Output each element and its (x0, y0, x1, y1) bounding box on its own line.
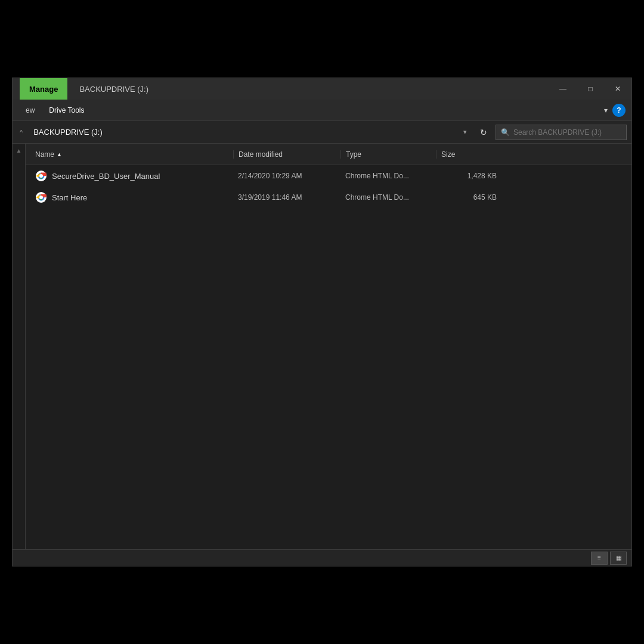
file-date-cell: 3/19/2019 11:46 AM (233, 193, 340, 202)
file-size-cell: 1,428 KB (436, 172, 501, 180)
ribbon-chevron-area: ▾ ? (604, 104, 626, 117)
file-name-text: SecureDrive_BD_User_Manual (52, 172, 160, 181)
address-up-arrow[interactable]: ^ (17, 126, 25, 138)
search-box: 🔍 (496, 125, 627, 140)
ribbon-bar: ew Drive Tools ▾ ? (13, 100, 631, 121)
col-header-type[interactable]: Type (340, 150, 436, 159)
status-bar: ≡ ▦ (13, 549, 631, 566)
file-name-cell: SecureDrive_BD_User_Manual (30, 170, 233, 182)
file-type-cell: Chrome HTML Do... (340, 172, 436, 180)
chrome-icon (35, 191, 47, 203)
column-headers: Name ▲ Date modified Type Size (26, 144, 631, 165)
title-bar: Manage BACKUPDRIVE (J:) — □ ✕ (13, 78, 631, 100)
col-header-size[interactable]: Size (436, 150, 501, 159)
file-type-cell: Chrome HTML Do... (340, 193, 436, 202)
sidebar-panel: ▲ (13, 144, 26, 549)
address-bar: ^ BACKUPDRIVE (J:) ▾ ↻ 🔍 (13, 121, 631, 144)
minimize-button[interactable]: — (549, 78, 577, 100)
file-name-text: Start Here (52, 193, 87, 202)
chrome-icon (35, 170, 47, 182)
col-header-date[interactable]: Date modified (233, 150, 340, 159)
main-content-area: ▲ Name ▲ Date modified Type Size (13, 144, 631, 549)
search-input[interactable] (513, 128, 621, 137)
view-detail-button[interactable]: ≡ (591, 552, 608, 565)
ribbon-tab-drive-tools[interactable]: Drive Tools (42, 103, 91, 118)
sort-arrow-name: ▲ (57, 151, 62, 157)
file-explorer-window: Manage BACKUPDRIVE (J:) — □ ✕ ew Drive T… (12, 78, 632, 566)
file-size-cell: 645 KB (436, 193, 501, 202)
col-header-name[interactable]: Name ▲ (30, 150, 233, 159)
view-list-button[interactable]: ▦ (610, 552, 627, 565)
window-title: BACKUPDRIVE (J:) (79, 85, 549, 94)
file-rows-container: SecureDrive_BD_User_Manual 2/14/2020 10:… (26, 165, 631, 549)
file-list: Name ▲ Date modified Type Size (26, 144, 631, 549)
file-date-cell: 2/14/2020 10:29 AM (233, 172, 340, 180)
sidebar-up-arrow[interactable]: ▲ (15, 146, 23, 155)
address-refresh-button[interactable]: ↻ (475, 125, 492, 140)
address-dropdown-arrow[interactable]: ▾ (459, 126, 472, 138)
svg-point-5 (39, 196, 43, 199)
manage-tab[interactable]: Manage (20, 78, 67, 100)
window-controls: — □ ✕ (549, 78, 631, 100)
ribbon-collapse-chevron[interactable]: ▾ (604, 106, 608, 114)
help-button[interactable]: ? (612, 104, 626, 117)
table-row[interactable]: Start Here 3/19/2019 11:46 AM Chrome HTM… (26, 187, 631, 208)
search-icon: 🔍 (501, 128, 510, 137)
close-button[interactable]: ✕ (604, 78, 631, 100)
svg-point-2 (39, 174, 43, 178)
ribbon-tab-view[interactable]: ew (18, 103, 42, 118)
table-row[interactable]: SecureDrive_BD_User_Manual 2/14/2020 10:… (26, 165, 631, 187)
address-path[interactable]: BACKUPDRIVE (J:) (29, 128, 455, 137)
file-name-cell: Start Here (30, 191, 233, 203)
maximize-button[interactable]: □ (577, 78, 604, 100)
